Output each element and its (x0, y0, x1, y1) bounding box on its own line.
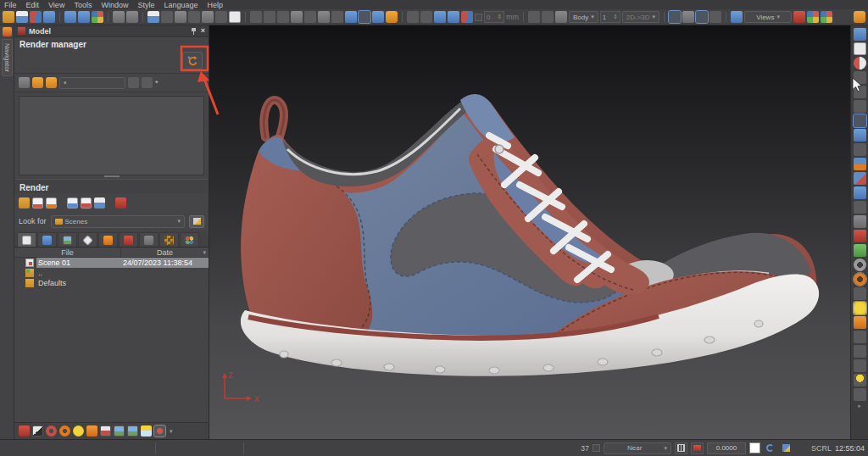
plane-1-icon[interactable] (696, 11, 708, 23)
import-scene-icon[interactable] (67, 197, 78, 209)
rotate-icon[interactable] (448, 11, 459, 23)
shoe-orange-icon[interactable] (59, 425, 70, 437)
snapshot-icon[interactable] (854, 143, 866, 156)
body-combo[interactable]: Body (569, 11, 598, 23)
render-grid-icon[interactable] (854, 42, 866, 55)
render-list-box[interactable] (19, 96, 204, 175)
more-icons-chevron[interactable]: ▾ (170, 428, 173, 435)
views-combo[interactable]: Views (744, 11, 792, 23)
person-add-icon[interactable] (793, 11, 805, 23)
preset-combo[interactable] (59, 77, 125, 89)
menu-view[interactable]: View (48, 1, 64, 9)
layers-1-icon[interactable] (669, 11, 681, 23)
corner-tool-icon[interactable] (250, 11, 262, 23)
annotate-button[interactable] (780, 442, 793, 454)
menu-help[interactable]: Help (207, 1, 223, 9)
close-icon[interactable]: × (201, 27, 205, 35)
measure-tool-icon[interactable] (161, 11, 173, 23)
tab-stack[interactable] (119, 232, 138, 247)
sole-ring-gray-icon[interactable] (854, 259, 866, 271)
scene-folder-icon[interactable] (854, 172, 866, 185)
body-count-spinner[interactable]: 1 (600, 11, 620, 23)
column-file[interactable]: File (14, 248, 120, 257)
menu-file[interactable]: File (4, 1, 17, 9)
apply-render-icon[interactable] (115, 197, 126, 209)
last-b-icon[interactable] (854, 345, 866, 358)
grid-display-button[interactable] (675, 442, 687, 454)
menu-window[interactable]: Window (101, 1, 128, 9)
file-table-header[interactable]: File Date (14, 247, 209, 258)
record-icon[interactable] (154, 425, 165, 437)
menu-language[interactable]: Language (164, 1, 198, 9)
views-folder-icon[interactable] (731, 11, 743, 23)
viewport-3d[interactable]: Z X (209, 25, 850, 439)
lock-icon[interactable] (386, 11, 398, 23)
angle-snap-icon[interactable] (407, 11, 419, 23)
mode-combo[interactable]: 2D->3D (622, 11, 659, 23)
last-a-icon[interactable] (854, 331, 866, 343)
people-icon[interactable] (542, 11, 554, 23)
intersect-tool-icon[interactable] (264, 11, 275, 23)
delete-multi-icon[interactable] (92, 11, 103, 23)
cursor-deselect-icon[interactable] (345, 11, 357, 23)
link-tool-icon[interactable] (331, 11, 343, 23)
columns-icon[interactable] (807, 11, 819, 23)
lamp-icon[interactable] (229, 11, 241, 23)
image-mountain-icon[interactable] (127, 425, 138, 437)
sun-cloud-icon[interactable] (141, 425, 152, 437)
edit-scene-icon[interactable] (46, 197, 57, 209)
bulb-icon[interactable] (854, 374, 866, 386)
sole-ring-orange-icon[interactable] (854, 273, 866, 286)
heel-orange-icon[interactable] (86, 425, 97, 437)
menu-tools[interactable]: Tools (74, 1, 92, 9)
lock-all-icon[interactable] (32, 77, 43, 88)
import-model-icon[interactable] (30, 11, 42, 23)
tab-document[interactable] (17, 232, 36, 247)
copy-icon[interactable] (175, 11, 186, 23)
active-view-icon[interactable] (854, 114, 866, 127)
export-bag-icon[interactable] (43, 11, 55, 23)
paste-special-icon[interactable] (202, 11, 214, 23)
help-export-icon[interactable] (854, 11, 865, 23)
tab-table[interactable] (98, 232, 118, 247)
layers-2-icon[interactable] (682, 11, 694, 23)
layer-a-icon[interactable] (528, 11, 540, 23)
tab-colors[interactable] (180, 232, 199, 247)
menu-style[interactable]: Style (137, 1, 154, 9)
visibility-toggle-icon[interactable] (19, 77, 30, 88)
pencil-tool-icon[interactable] (291, 11, 303, 23)
column-date[interactable]: Date (120, 248, 209, 257)
snap-checkbox[interactable] (475, 14, 482, 21)
navigator-tab[interactable]: Navigator (2, 39, 13, 76)
camera-blue-icon[interactable] (854, 129, 866, 142)
table-row[interactable]: Defaults (14, 278, 209, 288)
open-folder-icon[interactable] (3, 11, 14, 23)
undo-icon[interactable] (113, 11, 125, 23)
zoom-search-icon[interactable] (78, 11, 90, 23)
status-checkbox[interactable] (593, 444, 600, 452)
render-image-icon[interactable] (854, 186, 866, 199)
tab-material[interactable] (78, 232, 97, 247)
table-row[interactable]: .. (14, 268, 209, 278)
view-cube-icon[interactable] (854, 28, 866, 41)
material-drop-icon[interactable] (64, 11, 76, 23)
eraser-icon[interactable] (147, 11, 159, 23)
scenes-combo[interactable]: Scenes (51, 215, 185, 228)
move-icon[interactable] (434, 11, 446, 23)
last-body-icon[interactable] (555, 11, 567, 23)
paste-icon[interactable] (188, 11, 200, 23)
menu-edit[interactable]: Edit (26, 1, 40, 9)
tab-printer[interactable] (139, 232, 159, 247)
new-scene-icon[interactable] (32, 197, 43, 209)
render-mode-button[interactable] (691, 442, 704, 454)
environment-fire-icon[interactable] (854, 158, 866, 170)
curve-blue-icon[interactable] (372, 11, 384, 23)
tab-camera[interactable] (37, 232, 57, 247)
image-red-icon[interactable] (100, 425, 111, 437)
save-icon[interactable] (16, 11, 28, 23)
tab-image[interactable] (58, 232, 77, 247)
sync-button[interactable] (764, 442, 776, 454)
badge-yellow-icon[interactable] (854, 302, 866, 314)
map-icon[interactable] (821, 11, 832, 23)
shoe-red-icon[interactable] (854, 230, 866, 242)
